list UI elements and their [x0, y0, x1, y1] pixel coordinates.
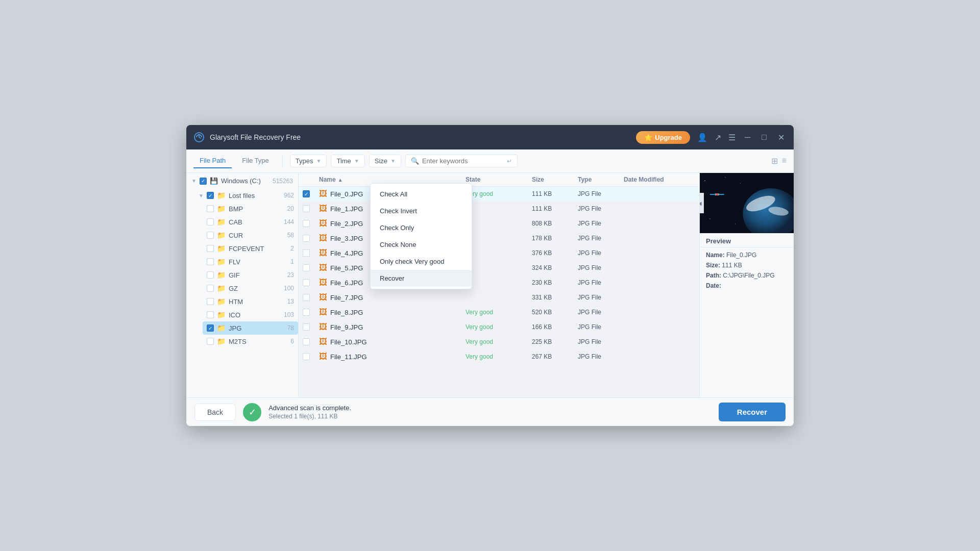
file-checkbox-11[interactable]	[303, 353, 319, 360]
sidebar-item-ico[interactable]: 📁ICO103	[203, 308, 298, 321]
file-cb-11[interactable]	[303, 353, 310, 360]
file-checkbox-5[interactable]	[303, 264, 319, 271]
context-menu-item-2[interactable]: Check Only	[371, 219, 472, 236]
file-cb-10[interactable]	[303, 338, 310, 345]
upgrade-button[interactable]: ⭐ Upgrade	[636, 131, 690, 144]
recover-button[interactable]: Recover	[719, 403, 786, 421]
context-menu-item-3[interactable]: Check None	[371, 236, 472, 253]
user-icon[interactable]: 👤	[697, 133, 707, 142]
file-cb-3[interactable]	[303, 235, 310, 242]
folder-icon-ico: 📁	[217, 311, 226, 319]
lost-files-label: Lost files	[229, 192, 255, 199]
sidebar-checkbox-m2ts[interactable]	[207, 338, 214, 345]
table-row[interactable]: 🖼File_8.JPGVery good520 KBJPG File	[299, 305, 699, 320]
table-row[interactable]: 🖼File_6.JPG230 KBJPG File	[299, 276, 699, 290]
file-name-text-4: File_4.JPG	[330, 249, 363, 257]
header-type[interactable]: Type	[578, 176, 624, 183]
table-row[interactable]: 🖼File_11.JPGVery good267 KBJPG File	[299, 349, 699, 364]
table-row[interactable]: 🖼File_9.JPGVery good166 KBJPG File	[299, 320, 699, 335]
filter-size[interactable]: Size ▼	[369, 155, 401, 167]
sidebar-item-bmp[interactable]: 📁BMP20	[203, 202, 298, 215]
search-box[interactable]: 🔍 ↵	[405, 155, 518, 167]
sidebar-checkbox-jpg[interactable]: ✓	[207, 324, 214, 332]
search-input[interactable]	[422, 157, 504, 165]
file-cb-7[interactable]	[303, 294, 310, 301]
table-row[interactable]: 🖼File_10.JPGVery good225 KBJPG File	[299, 335, 699, 349]
preview-toggle[interactable]: ◀	[700, 193, 704, 213]
tab-filepath[interactable]: File Path	[193, 154, 232, 168]
sidebar-item-gz[interactable]: 📁GZ100	[203, 282, 298, 295]
file-cb-9[interactable]	[303, 323, 310, 331]
sidebar-checkbox-gif[interactable]	[207, 271, 214, 279]
header-date[interactable]: Date Modified	[624, 176, 695, 183]
back-button[interactable]: Back	[194, 404, 236, 421]
file-checkbox-4[interactable]	[303, 249, 319, 257]
sidebar-checkbox-fcpevent[interactable]	[207, 245, 214, 252]
table-row[interactable]: 🖼File_7.JPG331 KBJPG File	[299, 290, 699, 305]
sidebar-checkbox-ico[interactable]	[207, 311, 214, 318]
table-row[interactable]: 🖼File_3.JPG178 KBJPG File	[299, 231, 699, 246]
app-logo	[193, 132, 205, 143]
sidebar-checkbox-bmp[interactable]	[207, 205, 214, 212]
sidebar-checkbox-cab[interactable]	[207, 218, 214, 226]
context-menu-item-5[interactable]: Recover	[371, 270, 472, 287]
file-checkbox-2[interactable]	[303, 220, 319, 227]
drive-checkbox[interactable]: ✓	[200, 178, 207, 185]
sidebar-checkbox-flv[interactable]	[207, 258, 214, 265]
file-cb-5[interactable]	[303, 264, 310, 271]
menu-icon[interactable]: ☰	[728, 133, 736, 142]
filter-time[interactable]: Time ▼	[331, 155, 364, 167]
file-checkbox-1[interactable]	[303, 205, 319, 212]
lost-files-checkbox[interactable]: ✓	[207, 192, 214, 199]
context-menu-item-1[interactable]: Check Invert	[371, 203, 472, 219]
file-checkbox-7[interactable]	[303, 294, 319, 301]
file-checkbox-8[interactable]	[303, 309, 319, 316]
file-checkbox-6[interactable]	[303, 279, 319, 286]
close-button[interactable]: ✕	[776, 132, 787, 143]
header-size[interactable]: Size	[532, 176, 578, 183]
file-cb-1[interactable]	[303, 205, 310, 212]
file-cb-0[interactable]: ✓	[303, 190, 310, 197]
sidebar-item-m2ts[interactable]: 📁M2TS6	[203, 335, 298, 348]
sidebar-checkbox-htm[interactable]	[207, 298, 214, 305]
minimize-button[interactable]: ─	[743, 132, 752, 143]
sidebar-checkbox-cur[interactable]	[207, 232, 214, 239]
sidebar-item-cur[interactable]: 📁CUR58	[203, 229, 298, 242]
maximize-button[interactable]: □	[760, 132, 769, 143]
context-menu-item-0[interactable]: Check All	[371, 186, 472, 203]
header-name[interactable]: Name ▲	[319, 176, 465, 183]
context-menu-item-4[interactable]: Only check Very good	[371, 253, 472, 270]
file-name-text-2: File_2.JPG	[330, 220, 363, 228]
sidebar-item-jpg[interactable]: ✓📁JPG78	[203, 321, 298, 335]
status-text: Advanced scan is complete. Selected 1 fi…	[268, 404, 351, 420]
file-checkbox-0[interactable]: ✓	[303, 190, 319, 197]
list-view-icon[interactable]: ≡	[782, 156, 787, 166]
header-state[interactable]: State	[465, 176, 532, 183]
filter-types[interactable]: Types ▼	[290, 155, 327, 167]
table-row[interactable]: 🖼File_5.JPG324 KBJPG File	[299, 261, 699, 276]
share-icon[interactable]: ↗	[715, 133, 721, 142]
sidebar-item-flv[interactable]: 📁FLV1	[203, 255, 298, 268]
file-checkbox-10[interactable]	[303, 338, 319, 345]
file-cb-4[interactable]	[303, 249, 310, 257]
grid-view-icon[interactable]: ⊞	[771, 156, 778, 166]
file-cb-6[interactable]	[303, 279, 310, 286]
table-row[interactable]: 🖼File_1.JPG111 KBJPG File	[299, 202, 699, 216]
sidebar-checkbox-gz[interactable]	[207, 285, 214, 292]
file-checkbox-3[interactable]	[303, 235, 319, 242]
file-cb-2[interactable]	[303, 220, 310, 227]
sidebar-item-cab[interactable]: 📁CAB144	[203, 215, 298, 229]
sidebar-label-htm: HTM	[229, 298, 243, 306]
sidebar-item-lost-files[interactable]: ▼ ✓ 📁 Lost files 962	[194, 189, 298, 202]
table-row[interactable]: ✓🖼File_0.JPGVery good111 KBJPG File	[299, 187, 699, 202]
sidebar-item-gif[interactable]: 📁GIF23	[203, 268, 298, 282]
tab-filetype[interactable]: File Type	[236, 154, 275, 168]
sidebar-drive-root[interactable]: ▼ ✓ 💾 Windows (C:) 515263	[186, 173, 298, 189]
root-arrow-icon: ▼	[191, 178, 197, 184]
sidebar-item-htm[interactable]: 📁HTM13	[203, 295, 298, 308]
file-cb-8[interactable]	[303, 309, 310, 316]
file-checkbox-9[interactable]	[303, 323, 319, 331]
table-row[interactable]: 🖼File_4.JPG376 KBJPG File	[299, 246, 699, 261]
table-row[interactable]: 🖼File_2.JPG808 KBJPG File	[299, 216, 699, 231]
sidebar-item-fcpevent[interactable]: 📁FCPEVENT2	[203, 242, 298, 255]
